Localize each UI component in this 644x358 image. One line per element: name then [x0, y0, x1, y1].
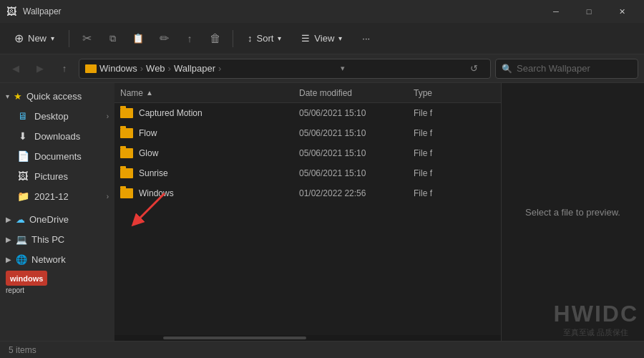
file-type-sunrise: File f [414, 168, 471, 178]
rename-button[interactable]: ✏ [152, 27, 175, 50]
file-list-header: Name ▲ Date modified Type [114, 83, 501, 103]
column-date-header[interactable]: Date modified [299, 88, 414, 98]
2021-12-icon: 📁 [17, 190, 29, 202]
rename-icon: ✏ [160, 32, 169, 45]
column-type-label: Type [414, 88, 432, 98]
breadcrumb-wallpaper[interactable]: Wallpaper [174, 63, 215, 74]
app-icon: 🖼 [6, 6, 17, 17]
thispc-icon: 💻 [16, 234, 27, 245]
file-list: Captured Motion 05/06/2021 15:10 File f … [114, 103, 501, 335]
preview-placeholder-text: Select a file to preview. [525, 207, 620, 218]
up-button[interactable]: ↑ [54, 59, 74, 79]
file-date-flow: 05/06/2021 15:10 [299, 128, 414, 138]
cut-button[interactable]: ✂ [75, 27, 98, 50]
window-title: Wallpaper [23, 6, 534, 16]
breadcrumb-sep-1: › [140, 63, 143, 74]
network-chevron-icon: ▶ [6, 256, 11, 263]
quick-access-chevron-icon: ▾ [6, 92, 9, 100]
file-type-captured-motion: File f [414, 108, 471, 118]
sidebar-item-downloads[interactable]: ⬇ Downloads [0, 126, 114, 146]
view-icon: ☰ [301, 33, 310, 44]
2021-12-chevron-icon: › [107, 193, 109, 200]
table-row[interactable]: Glow 05/06/2021 15:10 File f [114, 143, 501, 163]
delete-icon: 🗑 [210, 32, 221, 45]
table-row[interactable]: Sunrise 05/06/2021 15:10 File f [114, 163, 501, 183]
new-label: New [28, 33, 47, 44]
column-name-label: Name [120, 88, 143, 98]
back-button[interactable]: ◀ [6, 59, 26, 79]
new-button[interactable]: ⊕ New ▾ [6, 27, 63, 50]
delete-button[interactable]: 🗑 [204, 27, 227, 50]
file-date-captured-motion: 05/06/2021 15:10 [299, 108, 414, 118]
maximize-button[interactable]: □ [572, 0, 605, 23]
file-name-windows: Windows [139, 188, 174, 198]
thispc-label: This PC [31, 234, 64, 245]
new-chevron-icon: ▾ [51, 34, 54, 42]
sort-arrow-icon: ▲ [146, 89, 153, 97]
toolbar-separator-2 [233, 30, 233, 47]
forward-button[interactable]: ▶ [30, 59, 50, 79]
main-layout: ▾ ★ Quick access 🖥 Desktop › ⬇ Downloads… [0, 83, 644, 341]
quick-access-label: Quick access [26, 91, 82, 102]
file-name-sunrise: Sunrise [139, 168, 168, 178]
folder-icon-windows [120, 188, 133, 198]
paste-button[interactable]: 📋 [127, 27, 150, 50]
titlebar: 🖼 Wallpaper ─ □ ✕ [0, 0, 644, 23]
file-type-flow: File f [414, 128, 471, 138]
forward-icon: ▶ [36, 63, 44, 74]
documents-icon: 📄 [17, 150, 29, 162]
copy-button[interactable]: ⧉ [101, 27, 124, 50]
network-header[interactable]: ▶ 🌐 Network [0, 249, 114, 269]
minimize-button[interactable]: ─ [540, 0, 572, 23]
cut-icon: ✂ [82, 32, 92, 45]
close-button[interactable]: ✕ [605, 0, 638, 23]
onedrive-icon: ☁ [16, 214, 25, 225]
share-button[interactable]: ↑ [178, 27, 201, 50]
view-label: View [314, 33, 334, 44]
file-date-sunrise: 05/06/2021 15:10 [299, 168, 414, 178]
desktop-chevron-icon: › [107, 112, 109, 120]
folder-icon-glow [120, 148, 133, 158]
sort-chevron-icon: ▾ [278, 34, 281, 42]
search-box[interactable]: 🔍 Search Wallpaper [495, 59, 638, 79]
onedrive-header[interactable]: ▶ ☁ OneDrive [0, 209, 114, 229]
breadcrumb-sep-2: › [168, 63, 171, 74]
network-label: Network [31, 254, 66, 265]
statusbar: 5 items [0, 341, 644, 358]
view-button[interactable]: ☰ View ▾ [293, 27, 351, 50]
sidebar-item-documents-label: Documents [34, 151, 82, 162]
breadcrumb-expand-button[interactable]: ▾ [336, 62, 350, 76]
file-name-captured-motion: Captured Motion [139, 108, 203, 118]
view-chevron-icon: ▾ [338, 34, 342, 42]
file-area: Name ▲ Date modified Type Captured Motio… [114, 83, 501, 341]
more-button[interactable]: ··· [353, 27, 379, 50]
column-name-header[interactable]: Name ▲ [120, 88, 299, 98]
column-date-label: Date modified [299, 88, 352, 98]
sidebar-item-2021-12[interactable]: 📁 2021-12 › [0, 186, 114, 206]
table-row[interactable]: Windows 01/02/2022 22:56 File f [114, 183, 501, 203]
new-icon: ⊕ [14, 32, 24, 45]
onedrive-chevron-icon: ▶ [6, 216, 11, 223]
table-row[interactable]: Captured Motion 05/06/2021 15:10 File f [114, 103, 501, 123]
table-row[interactable]: Flow 05/06/2021 15:10 File f [114, 123, 501, 143]
refresh-button[interactable]: ↺ [464, 59, 484, 79]
horizontal-scrollbar[interactable] [114, 335, 501, 341]
sort-icon: ↕ [248, 33, 253, 44]
sort-button[interactable]: ↕ Sort ▾ [239, 27, 290, 50]
thispc-chevron-icon: ▶ [6, 236, 11, 243]
quick-access-header[interactable]: ▾ ★ Quick access [0, 86, 114, 106]
quick-access-star-icon: ★ [14, 91, 22, 102]
breadcrumb-windows[interactable]: Windows [99, 63, 137, 74]
sidebar-item-pictures[interactable]: 🖼 Pictures [0, 166, 114, 186]
breadcrumb[interactable]: Windows › Web › Wallpaper › ▾ ↺ [79, 59, 491, 79]
toolbar-separator-1 [69, 30, 69, 47]
folder-icon-captured-motion [120, 108, 133, 118]
column-type-header[interactable]: Type [414, 88, 471, 98]
addressbar: ◀ ▶ ↑ Windows › Web › Wallpaper › ▾ ↺ 🔍 … [0, 54, 644, 83]
sidebar-item-documents[interactable]: 📄 Documents [0, 146, 114, 166]
sidebar-item-downloads-label: Downloads [34, 131, 80, 142]
breadcrumb-web[interactable]: Web [146, 63, 165, 74]
sidebar-item-desktop[interactable]: 🖥 Desktop › [0, 106, 114, 126]
thispc-header[interactable]: ▶ 💻 This PC [0, 229, 114, 249]
downloads-icon: ⬇ [17, 130, 29, 142]
